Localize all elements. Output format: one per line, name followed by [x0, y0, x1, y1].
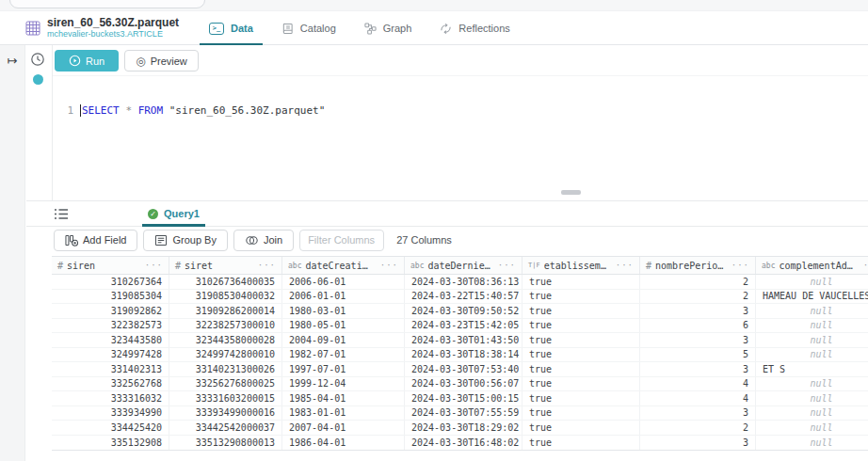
column-header-etablissementSiege[interactable]: T|FetablissementSiege··· — [522, 257, 640, 274]
cell-siren: 319092862 — [52, 304, 169, 318]
cell-etablissementSiege: true — [522, 333, 640, 347]
table-row[interactable]: 322382573322382573000101980-05-012024-03… — [52, 319, 868, 334]
cell-nombrePeriodesEtablis: 3 — [640, 304, 756, 318]
cell-siren: 332562768 — [52, 377, 169, 391]
cell-complementAdresseEtabl: null — [756, 275, 868, 289]
cell-dateDernierTraitementE: 2024-03-30T18:29:02 — [405, 421, 522, 435]
query-list-icon[interactable] — [54, 208, 69, 220]
cell-etablissementSiege: true — [522, 304, 640, 318]
cell-dateDernierTraitementE: 2024-03-23T15:42:05 — [405, 319, 522, 333]
table-row[interactable]: 331402313331402313000261997-07-012024-03… — [52, 362, 868, 377]
tab-catalog[interactable]: Catalog — [281, 11, 336, 45]
cell-etablissementSiege: true — [522, 348, 640, 362]
table-row[interactable]: 319085304319085304000322006-01-012024-03… — [52, 290, 868, 305]
table-row[interactable]: 334425420334425420000372007-04-012024-03… — [52, 421, 868, 436]
column-header-dateDernierTraitementE[interactable]: abcdateDernierTraitementE··· — [405, 257, 522, 274]
sql-code-line[interactable]: 1 SELECT * FROM "siren_60_56.30Z.parquet… — [53, 104, 868, 117]
cell-dateCreationEtablissen: 2006-06-01 — [282, 275, 405, 289]
column-header-siren[interactable]: #siren··· — [52, 257, 169, 274]
cell-siret: 33442542000037 — [169, 421, 282, 435]
column-menu-icon[interactable]: ··· — [860, 261, 868, 270]
cell-dateDernierTraitementE: 2024-03-30T00:56:07 — [405, 377, 522, 391]
filter-columns-input[interactable] — [299, 230, 384, 251]
browser-tab-remnant — [9, 0, 205, 8]
table-row[interactable]: 323443580323443580000282004-09-012024-03… — [52, 333, 868, 348]
table-row[interactable]: 332562768332562768000251999-12-042024-03… — [52, 377, 868, 392]
catalog-icon — [281, 23, 294, 35]
column-header-nombrePeriodesEtablis[interactable]: #nombrePeriodesEtablis··· — [640, 257, 756, 274]
panel-resize-handle[interactable] — [561, 190, 581, 195]
run-button-label: Run — [86, 56, 104, 67]
column-header-dateCreationEtablissen[interactable]: abcdateCreationEtablissen··· — [282, 257, 405, 274]
parquet-file-icon — [25, 21, 40, 36]
tab-graph[interactable]: Graph — [364, 11, 412, 45]
column-header-siret[interactable]: #siret··· — [169, 257, 282, 274]
cell-complementAdresseEtabl: null — [756, 391, 868, 405]
cell-dateDernierTraitementE: 2024-03-30T07:55:59 — [405, 406, 522, 421]
preview-button-label: Preview — [151, 56, 187, 67]
column-header-complementAdresseEtabl[interactable]: abccomplementAdresseEtabl··· — [756, 257, 868, 274]
header-tabs: >_DataCatalogGraphReflections — [209, 11, 510, 45]
results-tabs-row: ✓ Query1 — [26, 200, 868, 227]
column-menu-icon[interactable]: ··· — [254, 261, 276, 270]
cell-dateCreationEtablissen: 2007-04-01 — [282, 421, 405, 435]
tab-label: Catalog — [300, 23, 336, 34]
top-strip — [0, 0, 868, 11]
cell-siren: 310267364 — [52, 275, 169, 289]
cell-dateDernierTraitementE: 2024-03-22T15:40:57 — [405, 290, 522, 304]
text-type-icon: abc — [288, 262, 301, 270]
text-cursor — [80, 104, 81, 117]
column-menu-icon[interactable]: ··· — [728, 261, 749, 270]
column-menu-icon[interactable]: ··· — [377, 261, 398, 270]
column-menu-icon[interactable]: ··· — [494, 261, 516, 270]
cell-complementAdresseEtabl: HAMEAU DE VAUCELLES — [756, 290, 868, 304]
cell-siren: 335132908 — [52, 436, 169, 451]
results-toolbar: Add Field Group By Join 27 Columns — [26, 227, 868, 253]
cell-etablissementSiege: true — [522, 319, 640, 333]
file-block: siren_60_56.30Z.parquet mchevalier-bucke… — [25, 11, 179, 45]
tab-data[interactable]: >_Data — [209, 11, 253, 45]
table-row[interactable]: 319092862319092862000141980-03-012024-03… — [52, 304, 868, 319]
cell-siren: 324997428 — [52, 348, 169, 362]
join-icon — [245, 235, 259, 246]
cell-complementAdresseEtabl: null — [756, 348, 868, 362]
cell-nombrePeriodesEtablis: 4 — [640, 377, 756, 391]
cell-dateDernierTraitementE: 2024-03-30T18:38:14 — [405, 348, 522, 362]
cell-siret: 31909286200014 — [169, 304, 282, 318]
tab-label: Reflections — [458, 23, 509, 34]
cell-dateDernierTraitementE: 2024-03-30T15:00:15 — [405, 391, 522, 405]
table-row[interactable]: 310267364310267364000352006-06-012024-03… — [52, 275, 868, 290]
collapse-panel-icon[interactable]: ↦ — [8, 54, 18, 68]
sql-keyword-select: SELECT — [82, 104, 120, 117]
cell-dateCreationEtablissen: 1980-05-01 — [282, 319, 405, 333]
cell-dateCreationEtablissen: 1986-04-01 — [282, 436, 405, 451]
cell-complementAdresseEtabl: null — [756, 436, 868, 451]
cell-complementAdresseEtabl: null — [756, 406, 868, 421]
table-row[interactable]: 335132908335132908000131986-04-012024-03… — [52, 436, 868, 451]
history-clock-icon[interactable] — [30, 52, 45, 71]
tab-reflections[interactable]: Reflections — [440, 11, 509, 45]
column-menu-icon[interactable]: ··· — [141, 261, 163, 270]
cell-siren: 333934990 — [52, 406, 169, 421]
cell-dateCreationEtablissen: 1999-12-04 — [282, 377, 405, 391]
preview-button[interactable]: ◎ Preview — [124, 50, 199, 72]
tab-query1[interactable]: ✓ Query1 — [142, 201, 205, 226]
cell-etablissementSiege: true — [522, 436, 640, 451]
join-button[interactable]: Join — [233, 230, 294, 251]
success-check-icon: ✓ — [148, 209, 158, 219]
group-by-label: Group By — [172, 234, 216, 246]
table-row[interactable]: 333316032333316032000151985-04-012024-03… — [52, 391, 868, 406]
table-row[interactable]: 324997428324997428000101982-07-012024-03… — [52, 348, 868, 363]
results-table: #siren···#siret···abcdateCreationEtablis… — [52, 256, 868, 451]
cell-siret: 33256276800025 — [169, 377, 282, 391]
cell-dateDernierTraitementE: 2024-03-30T07:53:40 — [405, 362, 522, 376]
number-type-icon: # — [646, 261, 651, 271]
cell-dateDernierTraitementE: 2024-03-30T09:50:52 — [405, 304, 522, 318]
add-field-button[interactable]: Add Field — [54, 230, 137, 251]
preview-icon: ◎ — [136, 56, 145, 67]
column-menu-icon[interactable]: ··· — [612, 261, 634, 270]
group-by-button[interactable]: Group By — [143, 230, 227, 251]
run-button[interactable]: Run — [55, 50, 119, 72]
table-row[interactable]: 333934990333934990000161983-01-012024-03… — [52, 406, 868, 421]
tab-label: Graph — [383, 23, 412, 34]
